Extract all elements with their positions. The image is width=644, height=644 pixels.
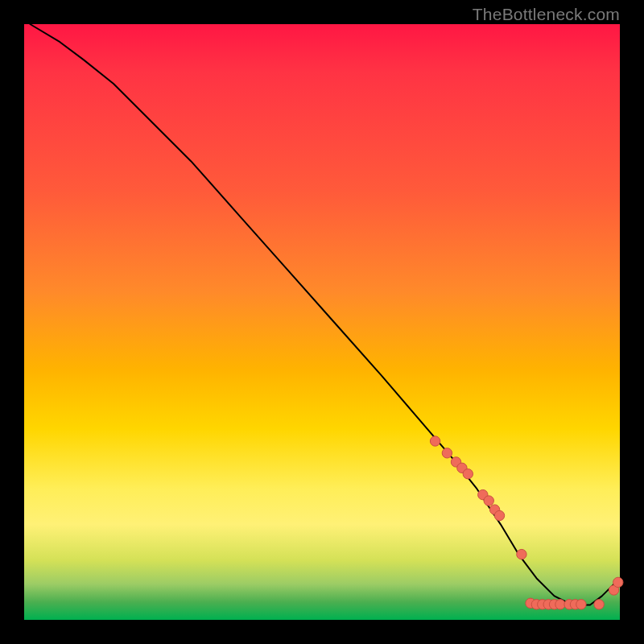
plot-area bbox=[24, 24, 620, 620]
data-point bbox=[555, 600, 565, 609]
chart-svg bbox=[24, 24, 620, 620]
data-point bbox=[613, 577, 623, 587]
data-point bbox=[494, 510, 504, 520]
bottleneck-curve bbox=[30, 24, 613, 605]
chart-stage: TheBottleneck.com bbox=[0, 0, 644, 644]
data-point bbox=[463, 469, 473, 479]
data-point bbox=[442, 448, 452, 458]
data-point bbox=[517, 549, 526, 559]
data-point bbox=[576, 600, 586, 609]
scatter-dots bbox=[430, 436, 623, 609]
watermark-text: TheBottleneck.com bbox=[473, 5, 620, 24]
data-point bbox=[484, 496, 493, 506]
data-point bbox=[430, 436, 440, 446]
data-point bbox=[594, 600, 604, 609]
